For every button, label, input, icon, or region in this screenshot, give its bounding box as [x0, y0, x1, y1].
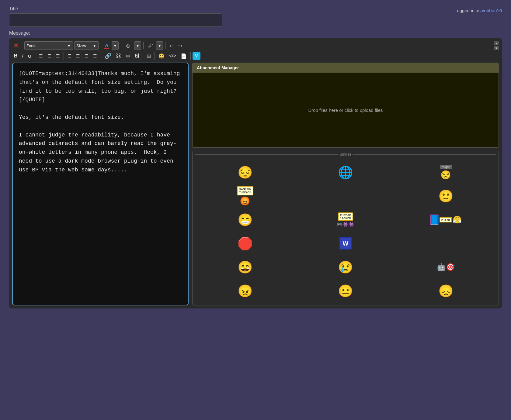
separator-4	[143, 42, 144, 49]
smiley-yellow-droop[interactable]: 😔	[196, 162, 294, 183]
undo-button[interactable]: ↩	[168, 41, 175, 50]
smiley-read-sign[interactable]: READ THETHREAD!! 😡	[196, 185, 294, 207]
underline-button[interactable]: U	[26, 52, 33, 60]
italic-button[interactable]: I	[20, 52, 25, 60]
smiley-stop[interactable]: 🛑	[196, 233, 294, 254]
smiley-dropdown-btn[interactable]: ▼	[134, 41, 141, 50]
separator-1	[22, 42, 22, 49]
close-button[interactable]: ✕	[12, 42, 20, 49]
rtfm-sign: RTFM!	[440, 217, 452, 222]
login-text: Logged in as	[454, 8, 481, 13]
separator-6	[35, 52, 35, 60]
smiley-angry-face[interactable]: 😠	[196, 280, 294, 301]
indent-decrease-button[interactable]: ☰	[83, 52, 90, 60]
smiley-empty-3: 🤖🎯	[397, 256, 495, 278]
title-input[interactable]	[9, 13, 222, 27]
toolbar-scroll: ▲ ▼	[494, 41, 499, 50]
smiley-happy[interactable]: 😄	[196, 256, 294, 278]
sigh-text: *sigh*	[440, 165, 452, 169]
table-button[interactable]: ⊞	[145, 52, 153, 60]
smiley-neutral[interactable]: 😐	[297, 280, 395, 301]
paperclip-dropdown-btn[interactable]: ▼	[156, 41, 163, 50]
scroll-down-arrow[interactable]: ▼	[494, 46, 499, 50]
email-button[interactable]: ✉	[124, 52, 132, 60]
smilies-header: Smilies	[193, 151, 499, 158]
w-block: W	[339, 237, 352, 250]
align-center-button[interactable]: ☰	[46, 52, 53, 60]
smiley-grinning[interactable]: 😁	[196, 209, 294, 230]
editor-container: ✕ Fonts ▼ Sizes ▼ A ▼ ☺ ▼ 🖇 ▼ ↩ ↪	[9, 38, 502, 308]
redo-button[interactable]: ↪	[176, 41, 184, 50]
size-label: Sizes	[76, 43, 86, 48]
size-chevron-icon: ▼	[92, 43, 96, 48]
separator-11	[190, 52, 191, 60]
smiley-thread-jacked[interactable]: THREADJACKED 🎮👾👾	[297, 209, 395, 230]
text-editor[interactable]: [QUOTE=apptest;31446433]Thanks much, I'm…	[12, 63, 189, 305]
separator-9	[143, 52, 143, 60]
separator-10	[155, 52, 155, 60]
smilies-grid: 😔 🌐 *sigh* 😒 READ THETHREA	[193, 158, 499, 305]
quote-content: [QUOTE=apptest;31446433]Thanks much, I'm…	[19, 69, 182, 104]
smiley-sigh-sign[interactable]: *sigh* 😒	[397, 162, 495, 183]
smiley-w-logo[interactable]: W	[297, 233, 395, 254]
code-button[interactable]: </>	[167, 52, 178, 60]
smiley-grin[interactable]: 🙂	[397, 185, 495, 207]
smiley-rtfm[interactable]: 📘 RTFM! 😤	[397, 209, 495, 230]
paperclip-button[interactable]: 🖇	[146, 41, 155, 50]
list-number-button[interactable]: ☰	[74, 52, 82, 60]
smiley-sad[interactable]: 😞	[397, 280, 495, 301]
title-label: Title:	[9, 6, 222, 12]
smiley-button[interactable]: ☺	[123, 41, 133, 50]
font-chevron-icon: ▼	[67, 43, 71, 48]
vimeo-label: V	[195, 53, 198, 58]
attachment-drop-zone[interactable]: Drop files here or click to upload files	[193, 73, 499, 147]
separator-8	[101, 52, 101, 60]
align-left-button[interactable]: ☰	[37, 52, 45, 60]
login-info: Logged in as vreihen16	[454, 8, 502, 13]
source-button[interactable]: 📄	[179, 52, 189, 60]
separator-2	[101, 42, 101, 49]
toolbar-row2: B I U ☰ ☰ ☰ ☰ ☰ ☰ ☰ 🔗 ⛓ ✉ 🖼 ⊞ 😀 </> 📄 V	[12, 52, 499, 60]
separator-7	[64, 52, 64, 60]
smilies-label: Smilies	[340, 152, 352, 157]
read-sign-text: READ THETHREAD!!	[237, 186, 254, 195]
align-right-button[interactable]: ☰	[54, 52, 62, 60]
title-section: Title:	[9, 6, 222, 27]
font-dropdown[interactable]: Fonts ▼	[24, 41, 73, 50]
font-color-dropdown-btn[interactable]: ▼	[112, 41, 119, 50]
indent-increase-button[interactable]: ☰	[91, 52, 99, 60]
font-color-letter: A	[105, 43, 109, 47]
separator-3	[121, 42, 121, 49]
smiley-empty-1	[297, 185, 395, 207]
toolbar-row1: ✕ Fonts ▼ Sizes ▼ A ▼ ☺ ▼ 🖇 ▼ ↩ ↪	[12, 41, 499, 50]
attachment-header: Attachment Manager	[193, 63, 499, 73]
smiley-crying[interactable]: 😢	[297, 256, 395, 278]
list-bullet-button[interactable]: ☰	[66, 52, 73, 60]
right-panel: Attachment Manager Drop files here or cl…	[192, 63, 499, 305]
font-color-button[interactable]: A	[103, 41, 110, 50]
rtfm-block: 📘 RTFM! 😤	[430, 215, 462, 225]
emoji-button[interactable]: 😀	[157, 52, 166, 60]
top-bar: Title: Logged in as vreihen16	[9, 6, 502, 27]
vimeo-button[interactable]: V	[193, 52, 200, 60]
username-link[interactable]: vreihen16	[482, 8, 502, 13]
smiley-empty-2	[397, 233, 495, 254]
unlink-button[interactable]: ⛓	[114, 52, 123, 60]
editor-main: [QUOTE=apptest;31446433]Thanks much, I'm…	[12, 63, 499, 305]
rtfm-book: 📘	[430, 215, 439, 225]
size-dropdown[interactable]: Sizes ▼	[74, 41, 99, 50]
font-color-bar	[104, 48, 109, 49]
attachment-manager: Attachment Manager Drop files here or cl…	[192, 63, 499, 148]
scroll-up-arrow[interactable]: ▲	[494, 41, 499, 45]
font-label: Fonts	[26, 43, 36, 48]
editor-text-line1: Yes, it's the default font size.	[19, 113, 182, 122]
smiley-blue-globe[interactable]: 🌐	[297, 162, 395, 183]
message-label: Message:	[9, 30, 502, 36]
image-button[interactable]: 🖼	[133, 52, 141, 60]
link-button[interactable]: 🔗	[103, 52, 113, 60]
separator-5	[165, 42, 165, 49]
bold-button[interactable]: B	[12, 52, 19, 60]
thread-jacked-text: THREADJACKED	[338, 212, 353, 221]
smilies-panel: Smilies 😔 🌐 *sigh* 😒	[192, 151, 499, 305]
editor-text-line2: I cannot judge the readability, because …	[19, 131, 182, 174]
